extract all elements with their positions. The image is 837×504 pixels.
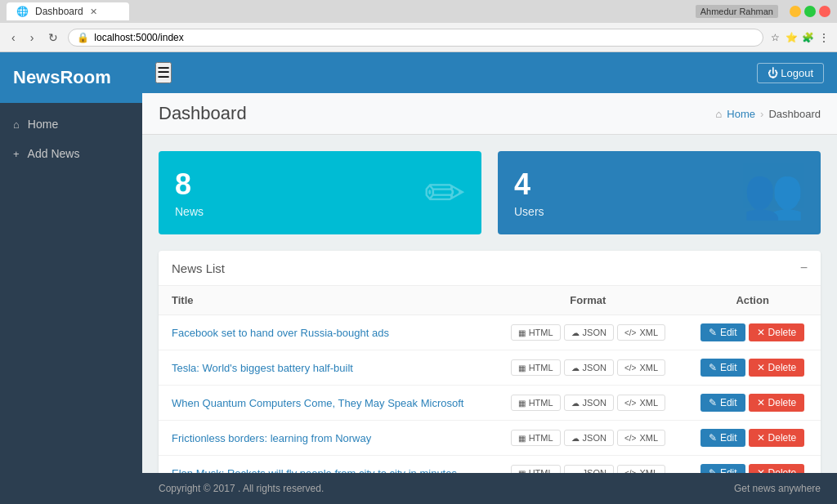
app-footer: Copyright © 2017 . All rights reserved. …: [142, 473, 837, 504]
edit-button[interactable]: ✎ Edit: [700, 429, 745, 447]
forward-button[interactable]: ›: [25, 29, 39, 46]
delete-button[interactable]: ✕ Delete: [749, 394, 805, 412]
sidebar-brand: NewsRoom: [0, 52, 142, 103]
news-list-title: News List: [172, 261, 225, 275]
users-stat-card: 4 Users 👥: [498, 151, 821, 234]
news-title-cell: When Quantum Computers Come, They May Sp…: [159, 386, 491, 421]
edit-button[interactable]: ✎ Edit: [700, 359, 745, 377]
json-format-button[interactable]: ☁ JSON: [564, 324, 614, 341]
collapse-button[interactable]: −: [800, 261, 808, 275]
news-action-cell: ✎ Edit✕ Delete: [684, 421, 821, 456]
home-breadcrumb-icon: ⌂: [716, 108, 723, 120]
back-button[interactable]: ‹: [7, 29, 20, 46]
html-format-button[interactable]: ▦ HTML: [511, 430, 561, 446]
json-format-button[interactable]: ☁ JSON: [564, 430, 614, 446]
tab-close-button[interactable]: ✕: [90, 7, 97, 17]
col-header-format: Format: [491, 286, 684, 315]
news-stat-card: 8 News ✏: [159, 151, 481, 234]
xml-icon: </>: [624, 364, 636, 372]
star-icon[interactable]: ⭐: [785, 31, 798, 44]
html-format-button[interactable]: ▦ HTML: [511, 324, 561, 341]
table-header: Title Format Action: [159, 286, 821, 315]
sidebar-item-home[interactable]: ⌂ Home: [0, 109, 142, 139]
col-header-title: Title: [159, 286, 491, 315]
breadcrumb-home[interactable]: Home: [727, 108, 755, 120]
sidebar-item-add-news[interactable]: + Add News: [0, 139, 142, 168]
news-title-link[interactable]: Tesla: World's biggest battery half-buil…: [172, 362, 353, 374]
json-format-button[interactable]: ☁ JSON: [564, 359, 614, 376]
xml-icon: </>: [624, 434, 636, 443]
browser-user-label: Ahmedur Rahman: [696, 5, 778, 18]
news-title-link[interactable]: Frictionless borders: learning from Norw…: [172, 432, 371, 444]
json-format-button[interactable]: ☁ JSON: [564, 395, 614, 411]
xml-format-button[interactable]: </> XML: [617, 465, 665, 473]
tab-favicon: 🌐: [16, 6, 29, 17]
news-action-cell: ✎ Edit✕ Delete: [684, 315, 821, 350]
json-format-button[interactable]: ☁ JSON: [564, 465, 614, 473]
news-format-cell: ▦ HTML☁ JSON</> XML: [491, 456, 684, 474]
browser-titlebar: 🌐 Dashboard ✕ Ahmedur Rahman: [0, 0, 837, 23]
edit-icon: ✎: [709, 467, 717, 473]
edit-icon: ✎: [709, 397, 717, 408]
sidebar-nav: ⌂ Home + Add News: [0, 103, 142, 175]
news-table-body: Facebook set to hand over Russia-bought …: [159, 315, 821, 474]
news-format-cell: ▦ HTML☁ JSON</> XML: [491, 350, 684, 386]
xml-format-button[interactable]: </> XML: [617, 324, 665, 341]
topnav: ☰ ⏻ Logout: [142, 52, 837, 93]
menu-toggle-button[interactable]: ☰: [155, 62, 172, 83]
delete-button[interactable]: ✕ Delete: [749, 359, 805, 377]
news-title-link[interactable]: Facebook set to hand over Russia-bought …: [172, 327, 389, 339]
news-format-cell: ▦ HTML☁ JSON</> XML: [491, 315, 684, 350]
news-stat-number: 8: [175, 167, 204, 202]
xml-icon: </>: [624, 328, 636, 337]
address-bar[interactable]: 🔒: [68, 29, 763, 47]
address-input[interactable]: [94, 32, 754, 43]
page-title: Dashboard: [159, 103, 247, 124]
refresh-button[interactable]: ↻: [43, 29, 63, 46]
browser-chrome: 🌐 Dashboard ✕ Ahmedur Rahman ‹ › ↻ 🔒 ☆ ⭐…: [0, 0, 837, 52]
edit-button[interactable]: ✎ Edit: [700, 464, 745, 473]
html-format-button[interactable]: ▦ HTML: [511, 465, 561, 473]
json-icon: ☁: [571, 434, 580, 443]
xml-format-button[interactable]: </> XML: [617, 395, 665, 411]
xml-format-button[interactable]: </> XML: [617, 359, 665, 376]
menu-icon[interactable]: ⋮: [817, 31, 830, 44]
content-area: NewsRoom ⌂ Home + Add News ☰ ⏻: [0, 52, 837, 504]
delete-button[interactable]: ✕ Delete: [749, 323, 805, 341]
home-icon: ⌂: [13, 118, 20, 131]
xml-format-button[interactable]: </> XML: [617, 430, 665, 446]
news-stat-icon: ✏: [424, 164, 465, 221]
json-icon: ☁: [571, 364, 580, 372]
delete-button[interactable]: ✕ Delete: [749, 464, 805, 473]
window-controls: [790, 6, 830, 17]
logout-button[interactable]: ⏻ Logout: [757, 63, 824, 83]
news-format-cell: ▦ HTML☁ JSON</> XML: [491, 421, 684, 456]
main-area: ☰ ⏻ Logout Dashboard ⌂ Home ›: [142, 52, 837, 504]
news-action-cell: ✎ Edit✕ Delete: [684, 386, 821, 421]
footer-right-text: Get news anywhere: [734, 483, 821, 494]
extensions-icon[interactable]: 🧩: [801, 31, 814, 44]
users-stat-info: 4 Users: [514, 167, 544, 218]
browser-toolbar: ‹ › ↻ 🔒 ☆ ⭐ 🧩 ⋮: [0, 23, 837, 52]
html-format-button[interactable]: ▦ HTML: [511, 359, 561, 376]
news-title-link[interactable]: When Quantum Computers Come, They May Sp…: [172, 397, 463, 409]
users-stat-number: 4: [514, 167, 544, 202]
news-title-cell: Frictionless borders: learning from Norw…: [159, 421, 491, 456]
edit-icon: ✎: [709, 327, 717, 338]
minimize-button[interactable]: [790, 6, 801, 17]
main-content: Dashboard ⌂ Home › Dashboard 8 News: [142, 93, 837, 473]
edit-button[interactable]: ✎ Edit: [700, 394, 745, 412]
edit-button[interactable]: ✎ Edit: [700, 323, 745, 341]
delete-button[interactable]: ✕ Delete: [749, 429, 805, 447]
news-title-link[interactable]: Elon Musk: Rockets will fly people from …: [172, 467, 457, 474]
maximize-button[interactable]: [804, 6, 816, 17]
breadcrumb-separator: ›: [760, 108, 763, 120]
html-format-button[interactable]: ▦ HTML: [511, 395, 561, 411]
browser-tab[interactable]: 🌐 Dashboard ✕: [7, 2, 129, 20]
delete-icon: ✕: [757, 467, 765, 473]
col-header-action: Action: [684, 286, 821, 315]
main-header: Dashboard ⌂ Home › Dashboard: [142, 93, 837, 135]
close-button[interactable]: [819, 6, 830, 17]
tab-title: Dashboard: [35, 6, 83, 17]
bookmark-icon[interactable]: ☆: [768, 31, 781, 44]
